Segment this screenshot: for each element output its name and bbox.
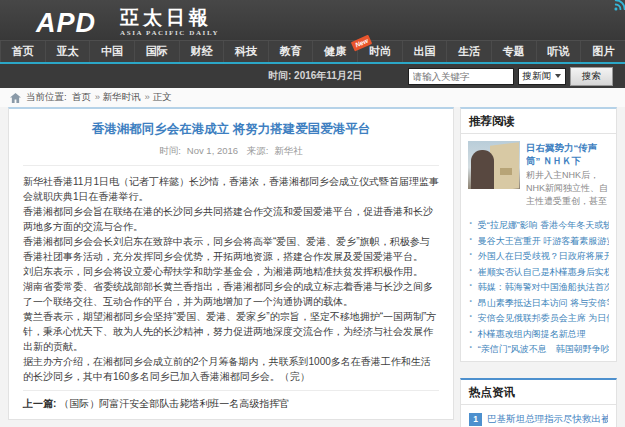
info-bar: 时间: 2016年11月2日 搜新闻 搜索	[0, 64, 625, 88]
brand-block: 亞太日報 ASIA PACIFIC DAILY	[120, 8, 219, 38]
featured-title[interactable]: 日右翼势力“传声筒” ＮＨＫ下	[526, 141, 609, 167]
recommend-link[interactable]: 曼谷大王宫重开 吁游客着素服游览	[478, 236, 609, 246]
brand-title-cn: 亞太日報	[120, 8, 219, 28]
nav-item-label: 图片	[592, 44, 614, 59]
meta-time: Nov 1, 2016	[187, 145, 238, 156]
sidebar: 推荐阅读 日右翼势力“传声筒” ＮＨＫ下 籾井入主NHK后，NHK新闻独立性、自…	[460, 107, 617, 427]
hot-news-title: 热点资讯	[461, 380, 616, 405]
nav-item[interactable]: 科技	[223, 41, 268, 62]
article-paragraph: 香港湘都同乡会会长刘启东在致辞中表示，同乡会将高举“爱国、爱港、爱乡”旗帜，积极…	[23, 234, 439, 264]
nav-item-label: 亚太	[56, 44, 78, 59]
nav-item[interactable]: 教育	[268, 41, 313, 62]
nav-item-label: 专题	[503, 44, 525, 59]
nav-item[interactable]: 财经	[179, 41, 224, 62]
recommend-link[interactable]: “亲信门”风波不息 韩国朝野争吵不休	[478, 344, 609, 354]
article-paragraph: 香港湘都同乡会旨在联络在港的长沙同乡共同搭建合作交流和爱国爱港平台，促进香港和长…	[23, 204, 439, 234]
featured-text: 日右翼势力“传声筒” ＮＨＫ下 籾井入主NHK后，NHK新闻独立性、自主性遭受重…	[526, 141, 609, 208]
nav-item-label: 财经	[190, 44, 212, 59]
building-sign-shape	[500, 168, 512, 175]
list-item: 安倍会见俄联邦委员会主席 为日俄首脑会谈铺	[468, 308, 609, 324]
list-item: 1 巴基斯坦总理指示尽快救出被绑架中国游	[469, 409, 608, 427]
article: 香港湘都同乡会在港成立 将努力搭建爱国爱港平台 时间:Nov 1, 2016 来…	[8, 107, 454, 420]
featured-image	[468, 141, 520, 189]
nav-item-label: 中国	[101, 44, 123, 59]
article-paragraph: 刘启东表示，同乡会将设立爱心帮扶学和助学基金会，为湘港两地精准扶贫发挥积极作用。	[23, 264, 439, 279]
meta-time-label: 时间:	[159, 145, 181, 156]
current-date: 时间: 2016年11月2日	[268, 69, 363, 83]
recommend-link[interactable]: 朴槿惠改组内阁提名新总理	[478, 329, 586, 339]
recommend-link[interactable]: 外国人在日受歧视？日政府将展开调查	[478, 251, 609, 261]
nav-item[interactable]: 国际	[134, 41, 179, 62]
recommend-link[interactable]: 韩媒：韩海警对中国渔船执法首次使用机枪射	[478, 282, 609, 292]
hot-news-list: 1 巴基斯坦总理指示尽快救出被绑架中国游 2 意甲综合：尤文、米兰双双获胜 3	[461, 405, 616, 427]
featured-desc: 籾井入主NHK后，NHK新闻独立性、自主性遭受重创，甚至被日	[526, 169, 609, 208]
list-item: 昂山素季抵达日本访问 将与安倍等各界要员会	[468, 293, 609, 309]
nav-item-label: 教育	[280, 44, 302, 59]
building-shape	[490, 142, 519, 189]
nav-item[interactable]: 首页	[0, 41, 45, 62]
breadcrumb-item[interactable]: 正文	[145, 91, 172, 104]
rank-badge: 1	[469, 413, 482, 426]
article-paragraph: 新华社香港11月1日电（记者丁梓懿）长沙情，香港浓，香港湘都同乡会成立仪式暨首届…	[23, 174, 439, 204]
chevron-down-icon	[555, 74, 561, 78]
nav-item[interactable]: 健康	[312, 41, 357, 62]
recommend-link[interactable]: 崔顺实否认自己是朴槿惠身后实权人物	[478, 267, 609, 277]
nav-item[interactable]: 亚太	[45, 41, 90, 62]
brand-title-en: ASIA PACIFIC DAILY	[120, 29, 219, 37]
nav-item[interactable]: 生活	[446, 41, 491, 62]
nav-item[interactable]: 出国	[402, 41, 447, 62]
list-item: 韩媒：韩海警对中国渔船执法首次使用机枪射	[468, 277, 609, 293]
meta-source-label: 来源:	[247, 145, 269, 156]
nav-item-label: 生活	[458, 44, 480, 59]
breadcrumb-prefix: 当前位置:	[26, 91, 67, 104]
signal-icon	[612, 0, 625, 11]
main-nav: 首页 亚太 中国 国际 财经 科技	[0, 40, 625, 62]
list-item: 崔顺实否认自己是朴槿惠身后实权人物	[468, 262, 609, 278]
article-paragraph: 据主办方介绍，在湘都同乡会成立前的2个月筹备期内，共联系到1000多名在香港工作…	[23, 354, 439, 384]
featured-story[interactable]: 日右翼势力“传声筒” ＮＨＫ下 籾井入主NHK后，NHK新闻独立性、自主性遭受重…	[461, 134, 616, 213]
breadcrumb-item[interactable]: 新华时讯	[95, 91, 141, 104]
article-body: 新华社香港11月1日电（记者丁梓懿）长沙情，香港浓，香港湘都同乡会成立仪式暨首届…	[23, 174, 439, 384]
recommend-title: 推荐阅读	[461, 109, 616, 134]
nav-item[interactable]: 图片	[580, 41, 625, 62]
recommend-box: 推荐阅读 日右翼势力“传声筒” ＮＨＫ下 籾井入主NHK后，NHK新闻独立性、自…	[460, 107, 617, 362]
article-meta: 时间:Nov 1, 2016 来源:新华社	[23, 145, 439, 166]
hot-news-link[interactable]: 巴基斯坦总理指示尽快救出被绑架中国游	[487, 413, 608, 426]
search-input[interactable]	[408, 68, 514, 85]
page: APD 亞太日報 ASIA PACIFIC DAILY 首页	[0, 0, 625, 427]
nav-item[interactable]: New 时尚	[357, 41, 402, 62]
meta-source: 新华社	[274, 145, 303, 156]
recommend-link[interactable]: 受“拉尼娜”影响 香港今年冬天或较冷	[478, 220, 609, 230]
nav-item-label: 听说	[548, 44, 570, 59]
nav-item[interactable]: 中国	[89, 41, 134, 62]
breadcrumb: 当前位置: 首页新华时讯正文	[0, 88, 625, 107]
nav-item-label: 健康	[324, 44, 346, 59]
nav-item-label: 首页	[12, 44, 34, 59]
list-item: 曼谷大王宫重开 吁游客着素服游览	[468, 231, 609, 247]
breadcrumb-list: 首页新华时讯正文	[72, 91, 172, 104]
breadcrumb-item[interactable]: 首页	[72, 91, 91, 104]
site-logo[interactable]: APD 亞太日報 ASIA PACIFIC DAILY	[36, 8, 219, 38]
prev-article-row: 上一篇: （国际）阿富汗安全部队击毙塔利班一名高级指挥官	[23, 390, 439, 411]
search-button[interactable]: 搜索	[570, 67, 613, 86]
hot-news-box: 热点资讯 1 巴基斯坦总理指示尽快救出被绑架中国游 2 意甲综合：尤文、米兰双双…	[460, 378, 617, 427]
nav-item-label: 国际	[146, 44, 168, 59]
apd-logo-text: APD	[36, 8, 110, 38]
recommend-link[interactable]: 安倍会见俄联邦委员会主席 为日俄首脑会谈铺	[478, 313, 609, 323]
home-icon	[10, 93, 21, 103]
prev-article-link[interactable]: （国际）阿富汗安全部队击毙塔利班一名高级指挥官	[59, 398, 289, 409]
list-item: 外国人在日受歧视？日政府将展开调查	[468, 246, 609, 262]
search-category-select[interactable]: 搜新闻	[518, 68, 567, 85]
nav-item-label: 科技	[235, 44, 257, 59]
site-header: APD 亞太日報 ASIA PACIFIC DAILY	[0, 0, 625, 40]
list-item: 朴槿惠改组内阁提名新总理	[468, 324, 609, 340]
search-box: 搜新闻 搜索	[408, 67, 614, 86]
article-paragraph: 黄兰香表示，期望湘都同乡会坚持“爱国、爱港、爱家乡”的宗旨，坚定不移地拥护“一国…	[23, 309, 439, 354]
prev-article-label: 上一篇:	[23, 398, 56, 409]
nav-item[interactable]: 听说	[536, 41, 581, 62]
recommend-link[interactable]: 昂山素季抵达日本访问 将与安倍等各界要员会	[478, 298, 609, 308]
nav-item[interactable]: 专题	[491, 41, 536, 62]
recommend-list: 受“拉尼娜”影响 香港今年冬天或较冷曼谷大王宫重开 吁游客着素服游览外国人在日受…	[461, 213, 616, 361]
person-silhouette	[471, 150, 494, 189]
nav-item-label: 时尚	[369, 44, 391, 59]
